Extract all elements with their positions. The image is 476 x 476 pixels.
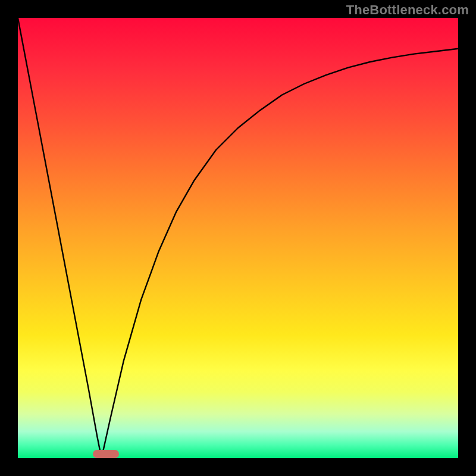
watermark-text: TheBottleneck.com <box>346 2 469 18</box>
plot-area <box>18 18 458 458</box>
chart-frame: TheBottleneck.com <box>0 0 476 476</box>
right-branch <box>102 49 458 458</box>
left-branch <box>18 18 102 458</box>
bottleneck-marker <box>93 450 119 458</box>
curve-layer <box>18 18 458 458</box>
